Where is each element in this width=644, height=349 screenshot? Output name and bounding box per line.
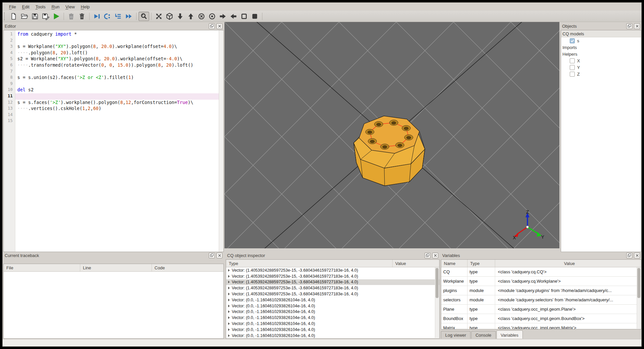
close-panel-button[interactable] [216,23,222,29]
3d-viewport[interactable]: X Y Z [224,22,559,248]
code-line-4[interactable]: ····.polygon(8, 20).loft() [15,50,219,56]
variable-row[interactable]: pluginsmodule<module 'cadquery.plugins' … [441,286,641,295]
variable-row[interactable]: CQtype<class 'cadquery.cq.CQ'> [441,267,641,277]
close-panel-button[interactable] [216,253,222,258]
inspector-row[interactable]: Vector: (1.4053924288597253e-15, -3.6804… [226,267,439,273]
code-area[interactable]: from cadquery import * s = Workplane("XY… [15,30,219,252]
code-line-12[interactable]: s = s.faces('>Z').workplane().polygon(8,… [15,100,219,106]
float-panel-button[interactable] [626,23,632,29]
expand-arrow-icon[interactable] [228,281,230,283]
menu-help[interactable]: Help [78,3,93,10]
code-line-14[interactable] [15,112,219,118]
traceback-col-file[interactable]: File [4,264,80,271]
expand-arrow-icon[interactable] [228,287,230,289]
code-line-7[interactable] [15,69,219,75]
tree-item-x[interactable]: X [561,57,641,64]
expand-arrow-icon[interactable] [228,305,230,307]
tab-console[interactable]: Console [471,331,496,339]
inspector-row[interactable]: Vector: (1.4053924288597253e-15, -3.6804… [226,273,439,279]
expand-arrow-icon[interactable] [228,334,230,337]
expand-arrow-icon[interactable] [228,299,230,301]
continue-button[interactable] [124,12,134,21]
new-file-button[interactable] [8,12,19,21]
float-panel-button[interactable] [209,23,215,29]
code-line-8[interactable]: s = s.union(s2).faces('>Z or <Z').fillet… [15,75,219,81]
code-line-1[interactable]: from cadquery import * [15,31,219,38]
inspector-row[interactable]: Vector: (1.4053924288597253e-15, -3.6804… [226,291,439,297]
inspector-scrollbar[interactable] [435,267,439,338]
visibility-checkbox[interactable] [570,65,575,70]
expand-arrow-icon[interactable] [228,328,230,331]
tree-item-z[interactable]: Z [561,71,641,77]
variables-col-type[interactable]: Type [468,260,495,267]
inspector-row[interactable]: Vector: (1.4053924288597253e-15, -3.6804… [226,285,439,291]
inspector-row[interactable]: Vector: (1.4053924288597253e-15, -3.6804… [226,279,439,285]
tree-group-cq-models[interactable]: CQ models [561,30,641,37]
inspector-row[interactable]: Vector: (0.0, -1.1604610293826104e-16, 4… [226,297,439,303]
step-button[interactable] [102,12,113,21]
3d-model[interactable] [354,116,425,186]
variable-row[interactable]: Matrixtype<class 'cadquery.occ_impl.geom… [441,323,641,329]
code-line-11[interactable] [15,93,219,100]
tree-group-imports[interactable]: Imports [561,44,641,51]
variable-row[interactable]: BoundBoxtype<class 'cadquery.occ_impl.ge… [441,314,641,323]
step-into-button[interactable] [113,12,124,21]
clear-render-button[interactable] [66,12,77,21]
expand-arrow-icon[interactable] [228,322,230,325]
close-panel-button[interactable] [634,23,640,29]
inspector-row[interactable]: Vector: (0.0, -1.1604610293826104e-16, 4… [226,303,439,309]
tab-log-viewer[interactable]: Log viewer [441,331,471,339]
toolbar-drag-handle[interactable] [4,12,6,20]
menu-view[interactable]: View [63,3,78,10]
open-file-button[interactable] [19,12,30,21]
bottom-view-button[interactable] [175,12,185,21]
menu-edit[interactable]: Edit [19,3,32,10]
code-line-2[interactable] [15,38,219,44]
variables-col-name[interactable]: Name [441,260,468,267]
close-panel-button[interactable] [432,253,438,258]
inspector-col-value[interactable]: Value [393,260,439,267]
float-panel-button[interactable] [209,253,215,258]
code-line-10[interactable]: del s2 [15,87,219,93]
front-view-button[interactable] [196,12,207,21]
inspector-row[interactable]: Vector: (0.0, -1.1604610293826104e-16, 4… [226,321,439,327]
close-panel-button[interactable] [634,253,640,258]
expand-arrow-icon[interactable] [228,310,230,313]
code-line-13[interactable]: ····.vertices().cskHole(1,2,60) [15,106,219,112]
float-panel-button[interactable] [425,253,431,258]
tree-group-helpers[interactable]: Helpers [561,51,641,57]
menu-file[interactable]: File [6,3,19,10]
save-as-button[interactable] [40,12,51,21]
variables-scrollbar[interactable] [637,267,641,329]
variables-col-value[interactable]: Value [495,260,641,267]
variable-row[interactable]: selectorsmodule<module 'cadquery.selecto… [441,295,641,305]
code-line-9[interactable] [15,81,219,87]
traceback-col-line[interactable]: Line [80,264,152,271]
menu-run[interactable]: Run [49,3,63,10]
shaded-button[interactable] [249,12,260,21]
expand-arrow-icon[interactable] [228,275,230,278]
save-button[interactable] [30,12,40,21]
left-view-button[interactable] [228,12,239,21]
right-view-button[interactable] [217,12,228,21]
code-line-15[interactable] [15,118,219,124]
tree-item-s[interactable]: s [561,37,641,44]
iso-view-button[interactable] [164,12,175,21]
debug-button[interactable] [92,12,102,21]
fit-view-button[interactable] [154,12,164,21]
expand-arrow-icon[interactable] [228,269,230,272]
variable-row[interactable]: Workplanetype<class 'cadquery.cq.Workpla… [441,277,641,286]
code-line-5[interactable]: s2 = Workplane("XY").polygon(8, 20.0).wo… [15,56,219,62]
back-view-button[interactable] [207,12,217,21]
expand-arrow-icon[interactable] [228,316,230,319]
tab-variables[interactable]: Variables [496,330,523,339]
inspector-col-type[interactable]: Type [226,260,393,267]
visibility-checkbox[interactable] [570,58,575,63]
inspector-row[interactable]: Vector: (0.0, -1.1604610293826104e-16, 4… [226,327,439,333]
inspector-row[interactable]: Vector: (0.0, -1.1604610293826104e-16, 4… [226,333,439,339]
variable-row[interactable]: Planetype<class 'cadquery.occ_impl.geom.… [441,305,641,314]
code-line-3[interactable]: s = Workplane("XY").polygon(8, 20.0).wor… [15,44,219,50]
traceback-col-code[interactable]: Code [152,264,223,271]
inspector-row[interactable]: Vector: (0.0, -1.1604610293826104e-16, 4… [226,315,439,321]
tree-item-y[interactable]: Y [561,64,641,71]
